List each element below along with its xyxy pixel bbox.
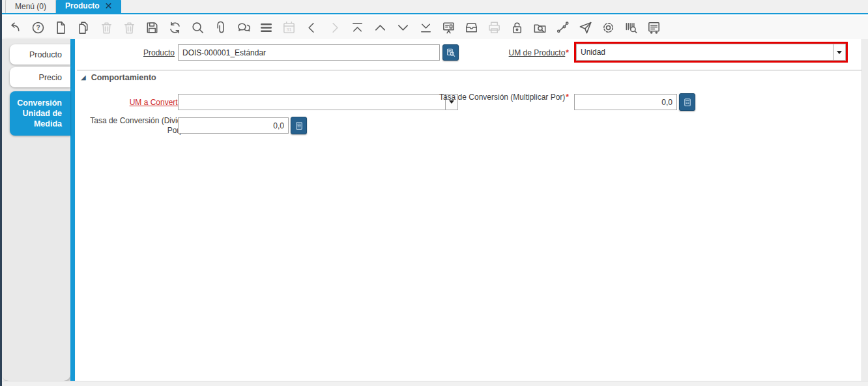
delete-selection-icon [122, 20, 137, 35]
section-separator [77, 70, 863, 70]
next-record-icon [327, 20, 342, 35]
collapse-triangle-icon: ◢ [81, 74, 86, 81]
toolbar-next-record-button [326, 18, 343, 37]
calendar-icon: 31 [282, 20, 297, 35]
toolbar-last-record-button[interactable] [418, 18, 434, 37]
toolbar-print-button [486, 18, 502, 37]
undo-icon [8, 20, 23, 35]
toolbar-detail-record-button[interactable] [395, 18, 411, 37]
tasa-dividir-text: Tasa de Conversión (Dividir Por) [90, 116, 186, 135]
toolbar-product-info-button[interactable] [623, 18, 639, 37]
calculator-icon [683, 98, 692, 107]
vertical-scrollbar[interactable] [861, 39, 868, 381]
toolbar-copy-record-button[interactable] [76, 18, 92, 37]
toolbar-parent-record-button[interactable] [372, 18, 388, 37]
first-record-icon [350, 20, 365, 35]
um-a-convertir-combobox[interactable] [178, 94, 458, 110]
um-a-convertir-input[interactable] [179, 95, 445, 110]
toolbar-report-button[interactable] [441, 18, 457, 37]
zoom-across-icon [532, 20, 547, 35]
um-de-producto-highlight [574, 42, 848, 63]
close-icon[interactable]: ✕ [105, 1, 113, 10]
producto-field[interactable] [178, 44, 440, 61]
tab-producto-label: Producto [65, 0, 100, 13]
tasa-dividir-label: Tasa de Conversión (Dividir Por)* [80, 116, 186, 136]
producto-zoom-link[interactable]: Producto [143, 48, 175, 57]
toolbar-preference-button[interactable] [600, 18, 616, 37]
toolbar-grid-toggle-button[interactable] [258, 18, 274, 37]
print-icon [487, 20, 502, 35]
sidebar-tab-producto[interactable]: Producto [10, 44, 70, 65]
tasa-dividir-calculator-button[interactable] [291, 117, 307, 134]
report-icon [441, 20, 456, 35]
section-title: Comportamiento [91, 73, 156, 82]
previous-record-icon [304, 20, 319, 35]
um-a-convertir-zoom-link[interactable]: UM a Convertir [130, 98, 182, 107]
toolbar-workflow-button[interactable] [555, 18, 571, 37]
toolbar-save-button[interactable] [144, 18, 160, 37]
tab-producto[interactable]: Producto ✕ [56, 0, 121, 13]
um-de-producto-zoom-link[interactable]: UM de Producto [509, 48, 566, 57]
chevron-down-icon [837, 51, 842, 54]
chat-icon [236, 20, 251, 35]
share-icon [578, 20, 593, 35]
mandatory-marker: * [566, 93, 569, 102]
refresh-icon [167, 20, 182, 35]
svg-text:31: 31 [287, 27, 292, 32]
toolbar-share-button[interactable] [577, 18, 594, 37]
toolbar-first-record-button[interactable] [349, 18, 366, 37]
toolbar-chat-button[interactable] [235, 18, 252, 37]
post-it-icon [646, 20, 661, 35]
sidebar-tab-label: Precio [39, 73, 62, 82]
last-record-icon [418, 20, 433, 35]
help-icon: ? [31, 20, 46, 35]
sidebar-panel [2, 39, 70, 381]
tasa-multiplicar-field[interactable] [574, 94, 677, 110]
sidebar-tab-label: Conversión Unidad de Medida [10, 98, 62, 130]
attachment-icon [213, 20, 228, 35]
toolbar-delete-selection-button [121, 18, 137, 37]
um-a-convertir-label: UM a Convertir* [80, 98, 186, 108]
sidebar-tab-precio[interactable]: Precio [10, 67, 70, 87]
product-info-icon [624, 20, 639, 35]
toolbar-previous-record-button[interactable] [304, 18, 320, 37]
toolbar-refresh-button[interactable] [167, 18, 183, 37]
toolbar-help-button[interactable]: ? [30, 18, 46, 37]
sidebar-tab-conversion-unidad-de-medida[interactable]: Conversión Unidad de Medida [10, 91, 70, 136]
toolbar-calendar-button: 31 [281, 18, 297, 37]
toolbar-post-it-button[interactable] [646, 18, 662, 37]
copy-record-icon [76, 20, 91, 35]
mandatory-marker: * [566, 48, 569, 57]
toolbar-find-button[interactable] [190, 18, 206, 37]
um-de-producto-dropdown-button[interactable] [833, 44, 845, 60]
lock-icon [510, 20, 525, 35]
svg-text:?: ? [36, 23, 40, 31]
window-bottom-edge [2, 381, 868, 386]
toolbar-lock-button[interactable] [509, 18, 525, 37]
archive-icon [464, 20, 479, 35]
section-comportamiento[interactable]: ◢ Comportamiento [81, 73, 156, 82]
save-icon [145, 20, 160, 35]
toolbar-zoom-across-button[interactable] [532, 18, 548, 37]
delete-record-icon [99, 20, 114, 35]
toolbar-attachment-button[interactable] [212, 18, 229, 37]
tasa-dividir-field[interactable] [178, 117, 289, 134]
toolbar-delete-record-button [98, 18, 115, 37]
tasa-multiplicar-label: Tasa de Conversión (Multiplicar Por)* [419, 93, 569, 102]
main-toolbar: ?31 [2, 16, 868, 39]
window-tabbar: Menú (0) Producto ✕ [2, 0, 868, 14]
tab-menu[interactable]: Menú (0) [5, 0, 56, 13]
toolbar-undo-button[interactable] [7, 18, 23, 37]
producto-label: Producto [77, 48, 175, 58]
product-window: Menú (0) Producto ✕ ?31 Producto Precio … [0, 0, 868, 386]
tasa-multiplicar-calculator-button[interactable] [679, 93, 695, 111]
um-de-producto-input[interactable] [577, 44, 833, 60]
toolbar-new-record-button[interactable] [53, 18, 69, 37]
parent-record-icon [373, 20, 388, 35]
tasa-multiplicar-text: Tasa de Conversión (Multiplicar Por) [439, 93, 565, 102]
new-record-icon [53, 20, 68, 35]
um-de-producto-combobox[interactable] [576, 44, 846, 61]
preference-icon [601, 20, 616, 35]
toolbar-archive-button[interactable] [463, 18, 480, 37]
grid-toggle-icon [259, 20, 274, 35]
